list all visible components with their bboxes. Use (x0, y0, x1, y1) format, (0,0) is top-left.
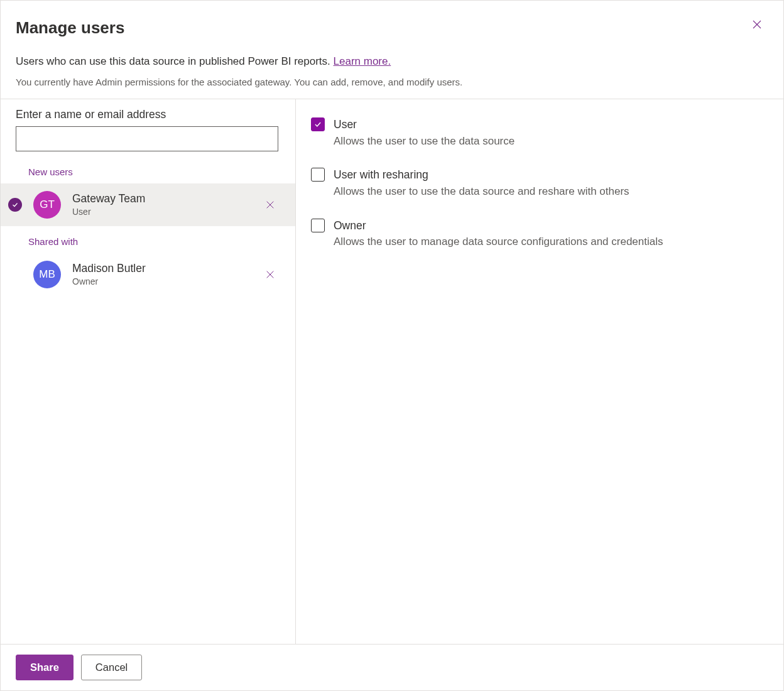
close-button[interactable] (747, 14, 767, 35)
input-section: Enter a name or email address (1, 99, 295, 156)
role-option-user: User Allows the user to use the data sou… (311, 117, 768, 148)
role-checkbox[interactable] (311, 168, 325, 182)
dialog-title: Manage users (16, 18, 768, 38)
shared-with-section-label: Shared with (1, 226, 295, 253)
close-icon (751, 19, 763, 30)
manage-users-dialog: Manage users Users who can use this data… (0, 0, 784, 691)
user-info: Gateway Team User (72, 192, 260, 217)
left-panel: Enter a name or email address New users … (1, 99, 296, 644)
name-input-label: Enter a name or email address (16, 108, 280, 121)
cancel-button[interactable]: Cancel (81, 655, 142, 680)
role-text: Owner Allows the user to manage data sou… (334, 218, 768, 249)
description-text: Users who can use this data source in pu… (16, 55, 334, 67)
learn-more-link[interactable]: Learn more. (334, 55, 391, 67)
selected-indicator (8, 198, 22, 212)
role-title: User with resharing (334, 167, 768, 183)
avatar: GT (33, 191, 61, 219)
role-description: Allows the user to manage data source co… (334, 234, 768, 249)
close-icon (265, 200, 275, 210)
name-input[interactable] (16, 126, 278, 151)
user-name: Madison Butler (72, 262, 260, 276)
user-name: Gateway Team (72, 192, 260, 206)
role-checkbox[interactable] (311, 117, 325, 131)
role-description: Allows the user to use the data source (334, 134, 768, 149)
role-description: Allows the user to use the data source a… (334, 184, 768, 199)
dialog-header: Manage users Users who can use this data… (1, 1, 783, 99)
role-text: User with resharing Allows the user to u… (334, 167, 768, 199)
role-checkbox[interactable] (311, 219, 325, 232)
user-role: Owner (72, 276, 260, 287)
role-option-user-resharing: User with resharing Allows the user to u… (311, 167, 768, 199)
avatar: MB (33, 261, 61, 288)
new-users-section-label: New users (1, 156, 295, 183)
role-title: Owner (334, 218, 768, 234)
user-row[interactable]: MB Madison Butler Owner (1, 253, 295, 296)
close-icon (265, 269, 275, 280)
dialog-body: Enter a name or email address New users … (1, 99, 783, 644)
dialog-footer: Share Cancel (1, 644, 783, 690)
user-info: Madison Butler Owner (72, 262, 260, 287)
right-panel: User Allows the user to use the data sou… (296, 99, 783, 644)
check-icon (313, 120, 322, 129)
share-button[interactable]: Share (16, 655, 74, 680)
role-option-owner: Owner Allows the user to manage data sou… (311, 218, 768, 249)
role-text: User Allows the user to use the data sou… (334, 117, 768, 148)
user-row[interactable]: GT Gateway Team User (1, 183, 295, 226)
permission-note: You currently have Admin permissions for… (16, 77, 768, 87)
dialog-description: Users who can use this data source in pu… (16, 55, 768, 68)
check-icon (11, 201, 19, 209)
remove-user-button[interactable] (260, 264, 280, 285)
role-title: User (334, 117, 768, 133)
remove-user-button[interactable] (260, 195, 280, 215)
user-role: User (72, 206, 260, 217)
